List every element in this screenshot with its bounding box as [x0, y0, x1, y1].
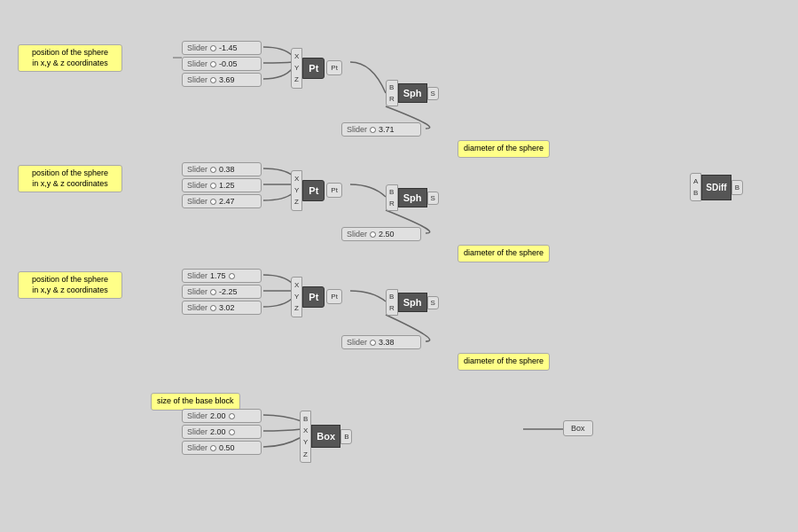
pt-2-out: Pt	[326, 183, 342, 198]
note-label-3: position of the sphere in x,y & z coordi…	[18, 271, 122, 299]
sph-3-r: R	[389, 303, 395, 313]
note-sphere-2: position of the sphere in x,y & z coordi…	[18, 165, 122, 192]
pt-1-body: Pt	[302, 58, 325, 79]
sph-1-b: B	[389, 82, 395, 92]
note-base-block: size of the base block	[151, 393, 240, 411]
sph-2-b: B	[389, 187, 395, 197]
pt-1-out: Pt	[326, 60, 342, 75]
slider-b2[interactable]: Slider 2.00	[182, 425, 262, 439]
pt-3-y: Y	[294, 292, 299, 301]
slider-5[interactable]: Slider 0.38	[182, 162, 262, 176]
slider-1-circle	[210, 45, 216, 51]
slider-5-circle	[210, 167, 216, 173]
sdiff-node[interactable]: A B SDiff B	[690, 173, 743, 201]
sdiff-a: A	[693, 177, 698, 185]
note-diameter-2: diameter of the sphere	[458, 245, 550, 262]
box-z: Z	[303, 450, 308, 459]
slider-2[interactable]: Slider -0.05	[182, 57, 262, 71]
slider-6-circle	[210, 183, 216, 189]
slider-b3[interactable]: Slider 0.50	[182, 441, 262, 455]
box-ports: B X Y Z	[300, 411, 311, 463]
note-diameter-3: diameter of the sphere	[458, 353, 550, 371]
slider-10-circle	[210, 289, 216, 295]
sph-2-body: Sph	[398, 188, 427, 207]
sph-3-ports: B R	[386, 289, 398, 316]
slider-3[interactable]: Slider 3.69	[182, 73, 262, 87]
slider-b1[interactable]: Slider 2.00	[182, 409, 262, 423]
pt-1-y: Y	[294, 63, 299, 73]
sph-3-body: Sph	[398, 293, 427, 312]
pt-3-body: Pt	[302, 286, 325, 308]
slider-12[interactable]: Slider 3.38	[341, 335, 421, 349]
sph-2-r: R	[389, 199, 395, 208]
sph-node-3[interactable]: B R Sph S	[386, 289, 439, 316]
pt-node-2[interactable]: X Y Z Pt Pt	[291, 170, 342, 211]
box-body: Box	[311, 425, 340, 448]
slider-1[interactable]: Slider -1.45	[182, 41, 262, 55]
sph-1-ports: B R	[386, 80, 398, 106]
sdiff-ports: A B	[690, 173, 701, 201]
pt-2-body: Pt	[302, 180, 325, 201]
sph-2-ports: B R	[386, 184, 398, 211]
sph-node-1[interactable]: B R Sph S	[386, 80, 439, 106]
slider-b2-circle	[229, 429, 235, 435]
slider-11[interactable]: Slider 3.02	[182, 301, 262, 315]
slider-7-circle	[210, 199, 216, 205]
slider-b3-circle	[210, 445, 216, 451]
slider-10[interactable]: Slider -2.25	[182, 285, 262, 299]
note-label-1: position of the sphere in x,y & z coordi…	[18, 44, 122, 72]
box-node[interactable]: B X Y Z Box B	[300, 411, 352, 463]
slider-6[interactable]: Slider 1.25	[182, 178, 262, 192]
sph-2-s: S	[427, 192, 439, 205]
pt-2-x: X	[294, 174, 299, 184]
slider-11-circle	[210, 305, 216, 311]
slider-8[interactable]: Slider 2.50	[341, 227, 421, 241]
pt-node-3[interactable]: X Y Z Pt Pt	[291, 277, 342, 317]
note-sphere-1: position of the sphere in x,y & z coordi…	[18, 44, 122, 72]
sph-3-s: S	[427, 296, 439, 309]
sph-1-body: Sph	[398, 83, 427, 103]
slider-3-circle	[210, 77, 216, 83]
box-x: X	[303, 426, 308, 435]
slider-9-circle	[229, 273, 235, 279]
pt-3-x: X	[294, 280, 299, 290]
pt-1-z: Z	[294, 74, 299, 84]
sph-1-r: R	[389, 94, 395, 104]
box-output: Box	[563, 420, 593, 436]
pt-3-ports: X Y Z	[291, 277, 302, 317]
pt-3-z: Z	[294, 303, 299, 313]
slider-7[interactable]: Slider 2.47	[182, 194, 262, 208]
slider-8-circle	[370, 231, 376, 238]
pt-2-ports: X Y Z	[291, 170, 302, 211]
note-label-2: position of the sphere in x,y & z coordi…	[18, 165, 122, 192]
slider-2-circle	[210, 61, 216, 67]
box-y: Y	[303, 437, 308, 447]
slider-12-circle	[370, 340, 376, 346]
note-diameter-1: diameter of the sphere	[458, 140, 550, 158]
slider-b1-circle	[229, 413, 235, 419]
box-b: B	[303, 414, 308, 424]
pt-3-out: Pt	[326, 289, 342, 304]
sph-node-2[interactable]: B R Sph S	[386, 184, 439, 211]
pt-2-y: Y	[294, 185, 299, 195]
box-out-label: Box	[563, 420, 593, 436]
pt-2-z: Z	[294, 197, 299, 207]
sph-3-b: B	[389, 292, 395, 301]
sph-1-s: S	[427, 87, 439, 100]
pt-1-x: X	[294, 51, 299, 61]
canvas: position of the sphere in x,y & z coordi…	[0, 0, 798, 532]
pt-1-ports: X Y Z	[291, 48, 302, 89]
note-sphere-3: position of the sphere in x,y & z coordi…	[18, 271, 122, 299]
slider-9[interactable]: Slider 1.75	[182, 269, 262, 283]
pt-node-1[interactable]: X Y Z Pt Pt	[291, 48, 342, 89]
sdiff-b: B	[693, 189, 698, 197]
slider-4[interactable]: Slider 3.71	[341, 122, 421, 137]
sdiff-b-out: B	[732, 180, 743, 195]
box-b-out: B	[340, 429, 352, 444]
slider-4-circle	[370, 127, 376, 133]
sdiff-body: SDiff	[701, 175, 731, 200]
